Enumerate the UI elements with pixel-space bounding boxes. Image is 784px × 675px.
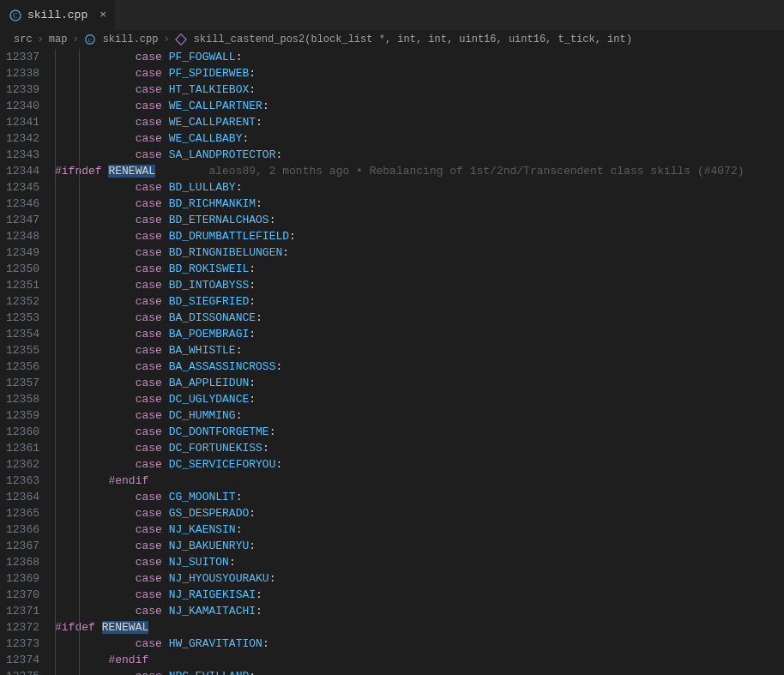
- code-line[interactable]: case CG_MOONLIT:: [55, 489, 784, 505]
- line-number: 12341: [0, 114, 39, 130]
- line-number: 12362: [0, 456, 39, 473]
- line-number: 12346: [0, 196, 39, 212]
- code-line[interactable]: case PF_SPIDERWEB:: [55, 65, 784, 81]
- code-line[interactable]: case DC_SERVICEFORYOU:: [55, 456, 784, 473]
- breadcrumb-segment[interactable]: skill.cpp: [103, 33, 159, 45]
- code-line[interactable]: case BD_ETERNALCHAOS:: [55, 212, 784, 228]
- code-line[interactable]: case NJ_BAKUENRYU:: [55, 538, 784, 554]
- code-line[interactable]: #endif: [55, 473, 784, 489]
- svg-rect-4: [175, 34, 185, 45]
- line-number: 12374: [0, 652, 39, 668]
- code-line[interactable]: case BD_RINGNIBELUNGEN:: [55, 244, 784, 261]
- code-line[interactable]: case DC_UGLYDANCE:: [55, 391, 784, 407]
- code-line[interactable]: case DC_FORTUNEKISS:: [55, 440, 784, 456]
- line-number: 12358: [0, 391, 39, 407]
- line-number: 12337: [0, 49, 39, 65]
- line-number: 12345: [0, 179, 39, 196]
- line-number: 12338: [0, 65, 39, 81]
- code-line[interactable]: case WE_CALLBABY:: [55, 130, 784, 147]
- line-number: 12340: [0, 98, 39, 114]
- chevron-right-icon: ›: [163, 33, 169, 45]
- line-number: 12356: [0, 359, 39, 375]
- code-line[interactable]: case NJ_RAIGEKISAI:: [55, 587, 784, 603]
- line-number: 12339: [0, 81, 39, 98]
- cpp-file-icon: C: [84, 33, 96, 45]
- line-number-gutter: 1233712338123391234012341123421234312344…: [0, 49, 55, 675]
- breadcrumb: src › map › C skill.cpp › skill_castend_…: [0, 30, 784, 49]
- file-tab[interactable]: C skill.cpp ×: [0, 0, 116, 30]
- line-number: 12363: [0, 473, 39, 489]
- code-line[interactable]: case WE_CALLPARENT:: [55, 114, 784, 130]
- line-number: 12349: [0, 244, 39, 261]
- line-number: 12364: [0, 489, 39, 505]
- code-line[interactable]: case PF_FOGWALL:: [55, 49, 784, 65]
- line-number: 12352: [0, 293, 39, 310]
- tab-filename: skill.cpp: [27, 9, 87, 21]
- line-number: 12355: [0, 342, 39, 359]
- code-line[interactable]: case BD_RICHMANKIM:: [55, 196, 784, 212]
- svg-text:C: C: [87, 37, 92, 44]
- line-number: 12361: [0, 440, 39, 456]
- code-line[interactable]: case GS_DESPERADO:: [55, 505, 784, 521]
- breadcrumb-segment[interactable]: map: [49, 33, 68, 45]
- code-line[interactable]: case BA_WHISTLE:: [55, 342, 784, 359]
- code-line[interactable]: case BA_DISSONANCE:: [55, 310, 784, 326]
- code-line[interactable]: case NJ_SUITON:: [55, 554, 784, 570]
- line-number: 12357: [0, 375, 39, 391]
- code-line[interactable]: #ifndef RENEWAL aleos89, 2 months ago • …: [55, 163, 784, 179]
- line-number: 12366: [0, 521, 39, 538]
- tab-bar: C skill.cpp ×: [0, 0, 784, 30]
- code-line[interactable]: case SA_LANDPROTECTOR:: [55, 147, 784, 163]
- line-number: 12353: [0, 310, 39, 326]
- code-line[interactable]: case BA_POEMBRAGI:: [55, 326, 784, 342]
- code-line[interactable]: case BD_LULLABY:: [55, 179, 784, 196]
- editor[interactable]: 1233712338123391234012341123421234312344…: [0, 49, 784, 675]
- line-number: 12348: [0, 228, 39, 244]
- method-icon: [175, 33, 187, 45]
- breadcrumb-symbol[interactable]: skill_castend_pos2(block_list *, int, in…: [194, 33, 632, 45]
- line-number: 12365: [0, 505, 39, 521]
- line-number: 12351: [0, 277, 39, 293]
- code-line[interactable]: case HT_TALKIEBOX:: [55, 81, 784, 98]
- code-line[interactable]: #ifdef RENEWAL: [55, 619, 784, 636]
- line-number: 12350: [0, 261, 39, 277]
- code-line[interactable]: case NJ_KAMAITACHI:: [55, 603, 784, 619]
- code-line[interactable]: case WE_CALLPARTNER:: [55, 98, 784, 114]
- code-line[interactable]: case NJ_KAENSIN:: [55, 521, 784, 538]
- code-line[interactable]: case NJ_HYOUSYOURAKU:: [55, 570, 784, 587]
- line-number: 12354: [0, 326, 39, 342]
- line-number: 12359: [0, 407, 39, 424]
- code-line[interactable]: case BA_ASSASSINCROSS:: [55, 359, 784, 375]
- code-line[interactable]: case DC_DONTFORGETME:: [55, 424, 784, 440]
- code-line[interactable]: case BD_ROKISWEIL:: [55, 261, 784, 277]
- line-number: 12375: [0, 668, 39, 675]
- code-line[interactable]: #endif: [55, 652, 784, 668]
- line-number: 12368: [0, 554, 39, 570]
- line-number: 12372: [0, 619, 39, 636]
- svg-text:C: C: [13, 12, 17, 20]
- code-line[interactable]: case DC_HUMMING:: [55, 407, 784, 424]
- line-number: 12367: [0, 538, 39, 554]
- code-line[interactable]: case BD_DRUMBATTLEFIELD:: [55, 228, 784, 244]
- code-line[interactable]: case NPC_EVILLAND:: [55, 668, 784, 675]
- code-line[interactable]: case BA_APPLEIDUN:: [55, 375, 784, 391]
- close-icon[interactable]: ×: [100, 9, 106, 21]
- code-line[interactable]: case BD_INTOABYSS:: [55, 277, 784, 293]
- line-number: 12342: [0, 130, 39, 147]
- code-line[interactable]: case BD_SIEGFRIED:: [55, 293, 784, 310]
- chevron-right-icon: ›: [38, 33, 44, 45]
- line-number: 12360: [0, 424, 39, 440]
- line-number: 12369: [0, 570, 39, 587]
- line-number: 12347: [0, 212, 39, 228]
- line-number: 12371: [0, 603, 39, 619]
- code-line[interactable]: case HW_GRAVITATION:: [55, 636, 784, 652]
- chevron-right-icon: ›: [72, 33, 78, 45]
- breadcrumb-segment[interactable]: src: [14, 33, 33, 45]
- line-number: 12343: [0, 147, 39, 163]
- code-area[interactable]: case PF_FOGWALL: case PF_SPIDERWEB: case…: [55, 49, 784, 675]
- line-number: 12373: [0, 636, 39, 652]
- line-number: 12370: [0, 587, 39, 603]
- cpp-file-icon: C: [9, 9, 22, 22]
- line-number: 12344: [0, 163, 39, 179]
